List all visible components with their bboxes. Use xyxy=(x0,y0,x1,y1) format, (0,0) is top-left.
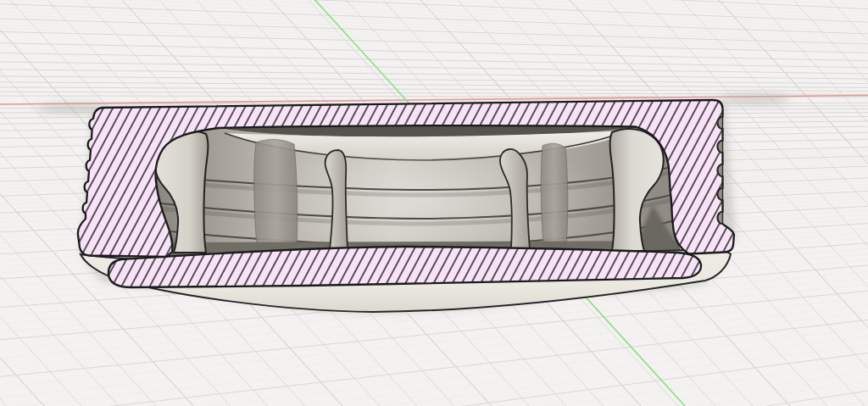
viewport-svg xyxy=(0,0,868,406)
section-model[interactable] xyxy=(78,100,734,312)
model-interior-threads[interactable] xyxy=(157,125,683,263)
cad-viewport-canvas[interactable] xyxy=(0,0,868,406)
